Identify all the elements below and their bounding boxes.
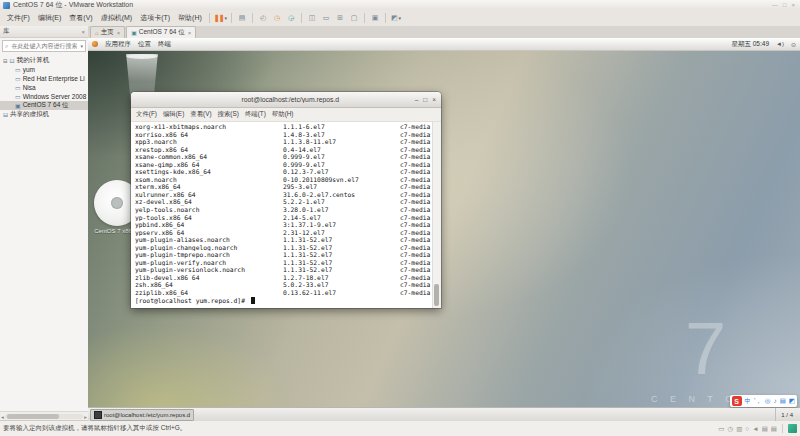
library-sidebar: 库 × ⌕ ▾ ⊟ ⊡ 我的计算机 ▭ yum ▭ Red Hat Enterp… xyxy=(0,26,89,421)
terminal-menu-item[interactable]: 搜索(S) xyxy=(215,110,242,119)
menu-item[interactable]: 文件(F) xyxy=(3,12,34,24)
hard-disk-icon[interactable]: ◷ xyxy=(727,425,733,433)
message-log-icon[interactable]: ▭ xyxy=(718,425,724,433)
take-snapshot-button[interactable]: ◴ xyxy=(256,12,270,24)
ime-punctuation-icon[interactable]: '， xyxy=(754,396,762,406)
scroll-left-icon[interactable]: ◂ xyxy=(1,414,4,420)
tab-label: 主页 xyxy=(101,28,114,37)
gnome-menu-item[interactable]: 位置 xyxy=(138,40,151,49)
tree-node-my-computer[interactable]: ⊟ ⊡ 我的计算机 xyxy=(0,56,88,65)
fit-guest-icon[interactable] xyxy=(788,424,797,433)
terminal-menu-item[interactable]: 查看(V) xyxy=(187,110,214,119)
chevron-down-icon[interactable]: ▾ xyxy=(225,15,228,21)
terminal-titlebar[interactable]: root@localhost:/etc/yum.repos.d – □ × xyxy=(131,92,441,108)
taskbar-window-button[interactable]: root@localhost:/etc/yum.repos.d xyxy=(90,409,194,421)
minimize-icon[interactable]: – xyxy=(415,96,419,103)
close-icon[interactable]: × xyxy=(81,29,85,35)
usb-device-icon[interactable]: ▤ xyxy=(762,425,768,433)
sidebar-item-yum[interactable]: ▭ yum xyxy=(0,65,88,74)
terminal-body[interactable]: xorg-x11-xbitmaps.noarch 1.1.1-6.el7 c7-… xyxy=(131,122,441,308)
sound-icon[interactable]: ◄ xyxy=(752,425,758,432)
tree-label: Windows Server 2008 xyxy=(23,93,87,100)
terminal-menu-item[interactable]: 帮助(H) xyxy=(269,110,297,119)
sidebar-item-rhel[interactable]: ▭ Red Hat Enterprise Li xyxy=(0,74,88,83)
fullscreen-button[interactable]: ⊞ xyxy=(333,12,347,24)
terminal-menu-item[interactable]: 终端(T) xyxy=(242,110,269,119)
library-search-box[interactable]: ⌕ ▾ xyxy=(2,40,86,52)
console-view-button[interactable]: ▭ xyxy=(319,12,333,24)
cd-dvd-icon[interactable]: ▥ xyxy=(736,425,742,433)
package-repo: c7-media xyxy=(400,138,431,146)
clock[interactable]: 星期五 05:49 xyxy=(731,40,769,49)
package-row: xrestop.x86_64 0.4-14.el7 c7-media xyxy=(135,146,431,154)
menu-item[interactable]: 选项卡(T) xyxy=(136,12,174,24)
maximize-icon[interactable]: □ xyxy=(783,2,787,8)
package-row: yp-tools.x86_64 2.14-5.el7 c7-media xyxy=(135,214,431,222)
terminal-scrollbar[interactable] xyxy=(432,122,441,308)
sidebar-item-shared-vms[interactable]: ⊟ 共享的虚拟机 xyxy=(0,110,88,119)
ime-keyboard-icon[interactable]: ▤ xyxy=(780,396,786,406)
chevron-down-icon[interactable]: ▾ xyxy=(399,15,402,21)
package-version: 3:1.37.1-9.el7 xyxy=(283,221,400,229)
package-row: xsom.noarch 0-10.20110809svn.el7 c7-medi… xyxy=(135,176,431,184)
sidebar-item-nisa[interactable]: ▭ Nisa xyxy=(0,83,88,92)
tab-centos-7-64[interactable]: ▣ CentOS 7 64 位 × xyxy=(126,26,196,38)
minimize-icon[interactable]: — xyxy=(772,2,778,8)
gnome-desktop[interactable]: CentOS 7 x86_64 7 C E N T O S root@local… xyxy=(88,50,800,408)
gnome-menu-item[interactable]: 应用程序 xyxy=(105,40,131,49)
ime-chinese-mode-icon[interactable]: 中 xyxy=(745,396,752,406)
suspend-button[interactable]: ❚❚▾ xyxy=(213,12,228,24)
ime-fullwidth-icon[interactable]: ◎ xyxy=(765,396,771,406)
scrollbar-thumb[interactable] xyxy=(7,414,59,419)
printer-icon[interactable]: ▤ xyxy=(771,425,777,433)
maximize-icon[interactable]: □ xyxy=(423,96,427,103)
close-icon[interactable]: × xyxy=(432,96,436,103)
volume-icon[interactable]: ◄) xyxy=(776,41,784,47)
revert-snapshot-button[interactable]: ◷ xyxy=(270,12,284,24)
package-name: ypbind.x86_64 xyxy=(135,221,283,229)
ctrl-alt-del-button[interactable]: ▤ xyxy=(235,12,249,24)
menu-item[interactable]: 编辑(E) xyxy=(34,12,65,24)
network-adapter-icon[interactable]: ○ xyxy=(745,425,749,432)
menu-item[interactable]: 帮助(H) xyxy=(174,12,206,24)
package-row: yum-plugin-versionlock.noarch 1.1.31-52.… xyxy=(135,266,431,274)
main-area: ⌂ 主页 × ▣ CentOS 7 64 位 × 应用程序位置终端 星期五 05… xyxy=(88,26,800,421)
sidebar-item-centos-7-64[interactable]: ▣ CentOS 7 64 位 xyxy=(0,101,88,110)
workspace-pager[interactable]: 1 / 4 xyxy=(775,408,798,421)
sogou-logo-icon[interactable]: S xyxy=(732,396,742,406)
scrollbar-thumb[interactable] xyxy=(434,284,439,306)
chevron-down-icon[interactable]: ▾ xyxy=(80,43,83,49)
menu-item[interactable]: 虚拟机(M) xyxy=(97,12,137,24)
package-row: xorriso.x86_64 1.4.8-3.el7 c7-media xyxy=(135,131,431,139)
package-version: 5.2.2-1.el7 xyxy=(283,198,400,206)
package-repo: c7-media xyxy=(400,123,431,131)
ime-toolbox-icon[interactable]: ◩ xyxy=(789,396,795,406)
close-icon[interactable]: × xyxy=(791,2,795,8)
package-version: 1.1.31-52.el7 xyxy=(283,244,400,252)
gnome-menu-item[interactable]: 终端 xyxy=(158,40,171,49)
power-icon[interactable]: ⊙ xyxy=(791,41,796,48)
manage-snapshots-button[interactable]: ◶ xyxy=(284,12,298,24)
terminal-menu-item[interactable]: 文件(F) xyxy=(133,110,160,119)
unity-mode-button[interactable]: ▢ xyxy=(347,12,361,24)
appearance-button[interactable]: ◩▾ xyxy=(389,12,403,24)
search-input[interactable] xyxy=(9,42,79,50)
collapse-icon[interactable]: ⊟ xyxy=(3,58,8,64)
ime-voice-icon[interactable]: ♪ xyxy=(773,396,776,406)
shared-vm-icon: ⊟ xyxy=(3,111,8,118)
show-library-button[interactable]: ◫ xyxy=(305,12,319,24)
terminal-menu-item[interactable]: 编辑(E) xyxy=(160,110,187,119)
package-repo: c7-media xyxy=(400,146,431,154)
terminal-window[interactable]: root@localhost:/etc/yum.repos.d – □ × 文件… xyxy=(131,92,441,308)
capture-button[interactable]: ▣ xyxy=(368,12,382,24)
vm-console-screen[interactable]: 应用程序位置终端 星期五 05:49 ◄) ⊙ CentOS 7 x86_64 … xyxy=(88,38,800,421)
tab-home[interactable]: ⌂ 主页 × xyxy=(90,26,125,38)
package-row: zlib-devel.x86_64 1.2.7-18.el7 c7-media xyxy=(135,274,431,282)
menu-item[interactable]: 查看(V) xyxy=(65,12,96,24)
close-icon[interactable]: × xyxy=(188,30,192,36)
scrollbar-track[interactable] xyxy=(5,414,83,419)
sidebar-item-windows-server-2008[interactable]: ▭ Windows Server 2008 xyxy=(0,92,88,101)
scroll-right-icon[interactable]: ▸ xyxy=(84,414,87,420)
sogou-ime-toolbar[interactable]: S 中 '， ◎ ♪ ▤ ◩ xyxy=(730,395,797,407)
close-icon[interactable]: × xyxy=(117,30,121,36)
